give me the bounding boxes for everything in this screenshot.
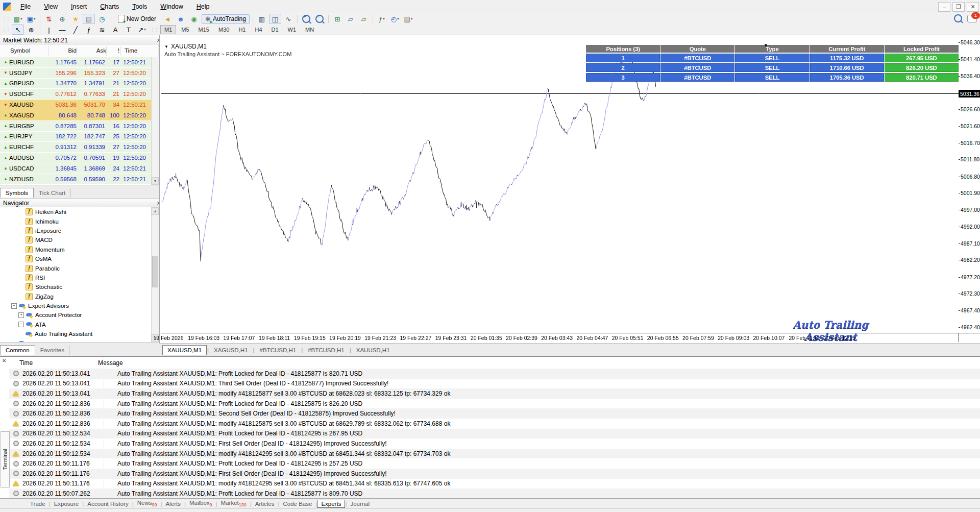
dropdown-arrow-icon[interactable]: ▾ [411, 17, 413, 21]
trendline-tool[interactable]: ╱ [69, 25, 82, 35]
minimize-button[interactable]: – [938, 2, 950, 12]
market-watch-row-xauusd[interactable]: ▼XAUUSD5031.365031.703412:50:21 [0, 100, 151, 110]
navigator-item-expert-advisors[interactable]: −Expert Advisors [0, 301, 151, 310]
cascade-windows-button[interactable]: ▱ [345, 14, 357, 24]
terminal-tab-exposure[interactable]: Exposure [51, 500, 83, 507]
navigator-item-auto-trailing-assistant[interactable]: Auto Trailing Assistant [0, 329, 151, 338]
log-row[interactable]: 2026.02.20 11:50:11.176Auto Trailing Ass… [9, 469, 980, 479]
chart-tab-xagusd-h1[interactable]: XAGUSD,H1 [209, 346, 252, 355]
chart-tab-xauusd-m1[interactable]: XAUUSD,M1 [162, 345, 207, 355]
strategy-tester-toggle[interactable]: ◷ [96, 14, 108, 24]
crosshair-tool[interactable]: ⊕ [25, 25, 37, 35]
vertical-line-tool[interactable]: | [43, 25, 55, 35]
navigator-item-account-protector[interactable]: +Account Protector [0, 310, 151, 320]
zoom-out-button[interactable]: − [313, 14, 326, 24]
log-row[interactable]: 2026.02.20 11:50:12.836Auto Trailing Ass… [9, 408, 980, 419]
search-icon[interactable] [954, 14, 962, 22]
periods-button[interactable]: ◴▾ [389, 14, 401, 24]
column-header-spread[interactable]: ! [107, 47, 119, 54]
terminal-tab-code-base[interactable]: Code Base [279, 500, 315, 507]
profiles-button[interactable]: ▣▾ [25, 14, 37, 24]
text-tool[interactable]: A [109, 25, 121, 35]
log-row[interactable]: 2026.02.20 11:50:12.534Auto Trailing Ass… [9, 438, 980, 449]
candlestick-button[interactable]: ◫ [269, 14, 281, 24]
log-row[interactable]: 2026.02.20 11:50:13.041Auto Trailing Ass… [9, 369, 980, 379]
navigator-item-zigzag[interactable]: ƒZigZag [0, 292, 151, 301]
market-watch-row-usdchf[interactable]: ▼USDCHF0.776120.776332112:50:20 [0, 89, 151, 100]
column-header-symbol[interactable]: Symbol [10, 47, 30, 54]
terminal-tab-articles[interactable]: Articles [252, 500, 278, 507]
menu-charts[interactable]: Charts [94, 2, 125, 12]
log-row[interactable]: 2026.02.20 11:50:13.041Auto Trailing Ass… [9, 388, 980, 399]
toolbar-grip[interactable]: ⋮⋮ [2, 16, 10, 22]
terminal-tab-market[interactable]: Market130 [217, 499, 250, 508]
column-header-bid[interactable]: Bid [49, 47, 77, 54]
timeframe-h1[interactable]: H1 [234, 25, 250, 34]
menu-file[interactable]: File [14, 2, 37, 12]
timeframe-h4[interactable]: H4 [251, 25, 266, 34]
toolbar-grip[interactable]: ⋮⋮ [2, 27, 10, 33]
new-order-button[interactable]: New Order [114, 14, 160, 24]
log-row[interactable]: 2026.02.20 11:50:07.262Auto Trailing Ass… [9, 489, 980, 498]
bar-chart-button[interactable]: ▥ [256, 14, 268, 24]
column-header-ask[interactable]: Ask [78, 47, 106, 54]
close-icon[interactable]: ✕ [2, 358, 6, 363]
navigator-toggle[interactable]: ★ [69, 14, 82, 24]
dropdown-arrow-icon[interactable]: ▾ [144, 28, 146, 32]
chevron-down-icon[interactable]: ▼ [164, 44, 168, 49]
chat-icon[interactable]: 1 [967, 15, 977, 22]
arrange-windows-button[interactable]: ▱ [358, 14, 370, 24]
new-chart-button[interactable]: ▦▾ [12, 14, 24, 24]
terminal-tab-account-history[interactable]: Account History [84, 500, 132, 507]
templates-button[interactable]: ▤▾ [402, 14, 414, 24]
chart-tab-xauusd-h1[interactable]: XAUUSD,H1 [352, 346, 395, 355]
collapse-icon[interactable]: − [11, 303, 17, 309]
timeframe-m30[interactable]: M30 [214, 25, 233, 34]
dropdown-arrow-icon[interactable]: ▾ [20, 17, 22, 21]
terminal-tab-mailbox[interactable]: Mailbox9 [186, 499, 216, 508]
restore-button[interactable]: ❐ [952, 2, 965, 12]
chart-tab--btcusd-h1[interactable]: #BTCUSD,H1 [303, 346, 349, 355]
menu-view[interactable]: View [38, 2, 64, 12]
market-watch-row-usdjpy[interactable]: ▼USDJPY155.296155.3232712:50:20 [0, 68, 151, 79]
log-row[interactable]: 2026.02.20 11:50:13.041Auto Trailing Ass… [9, 379, 980, 389]
scroll-up-icon[interactable]: ▴ [152, 207, 159, 215]
tab-common[interactable]: Common [0, 345, 35, 355]
terminal-tab-trade[interactable]: Trade [27, 500, 49, 507]
close-button[interactable]: ✕ [967, 2, 979, 12]
autotrading-button[interactable]: ✱AutoTrading [202, 14, 250, 24]
market-watch-row-audusd[interactable]: ▲AUDUSD0.705720.705911912:50:20 [0, 153, 151, 163]
depth-of-market-icon[interactable]: ◄ [161, 14, 174, 24]
expand-icon[interactable]: + [18, 312, 24, 318]
market-watch-row-xagusd[interactable]: ▲XAGUSD80.64880.74810012:50:20 [0, 110, 151, 121]
timeframe-m15[interactable]: M15 [194, 25, 213, 34]
dropdown-arrow-icon[interactable]: ▾ [397, 17, 399, 21]
market-watch-row-gbpusd[interactable]: ▲GBPUSD1.347701.347912112:50:20 [0, 79, 151, 89]
tab-symbols[interactable]: Symbols [0, 188, 34, 198]
navigator-item-stochastic[interactable]: ƒStochastic [0, 282, 151, 291]
fibonacci-tool[interactable]: ƒ [83, 25, 95, 35]
cursor-tool[interactable]: ↖ [12, 25, 24, 35]
menu-help[interactable]: Help [190, 2, 216, 12]
data-window-toggle[interactable]: ⊕ [56, 14, 68, 24]
log-row[interactable]: 2026.02.20 11:50:11.176Auto Trailing Ass… [9, 458, 980, 469]
log-row[interactable]: 2026.02.20 11:50:12.534Auto Trailing Ass… [9, 429, 980, 439]
timeframe-mn[interactable]: MN [301, 25, 318, 34]
market-watch-row-usdcad[interactable]: ▲USDCAD1.368451.368692412:50:21 [0, 163, 151, 174]
terminal-tab-experts[interactable]: Experts [317, 500, 345, 508]
log-row[interactable]: 2026.02.20 11:50:11.176Auto Trailing Ass… [9, 479, 980, 489]
price-axis[interactable]: 5046.305041.405036.405026.605021.605016.… [959, 36, 980, 333]
log-row[interactable]: 2026.02.20 11:50:12.836Auto Trailing Ass… [9, 419, 980, 429]
navigator-item-rsi[interactable]: ƒRSI [0, 273, 151, 282]
scrollbar-thumb[interactable] [152, 256, 158, 287]
terminal-tab-alerts[interactable]: Alerts [162, 500, 184, 507]
toolbar-grip[interactable]: ⋮⋮ [150, 27, 158, 33]
line-chart-button[interactable]: ∿ [282, 14, 295, 24]
table-collapse-icon[interactable]: ▼ [764, 43, 768, 48]
signals-icon[interactable]: ◉ [188, 14, 200, 24]
navigator-item-ata[interactable]: −ATA [0, 320, 151, 329]
navigator-item-ichimoku[interactable]: ƒIchimoku [0, 216, 151, 226]
market-watch-toggle[interactable]: ⇅ [43, 14, 55, 24]
navigator-item-heiken-ashi[interactable]: ƒHeiken Ashi [0, 207, 151, 216]
collapse-icon[interactable]: − [18, 322, 24, 327]
